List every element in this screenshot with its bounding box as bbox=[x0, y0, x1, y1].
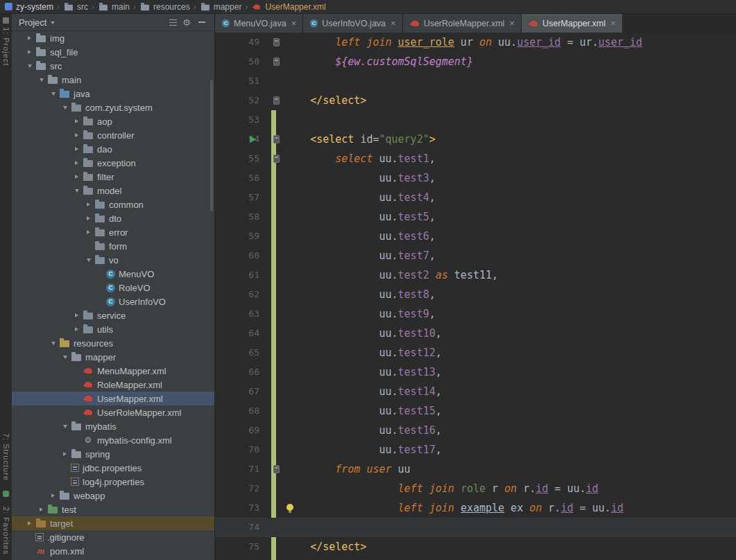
chevron-right-icon[interactable] bbox=[63, 452, 71, 456]
chevron-right-icon[interactable] bbox=[40, 507, 47, 511]
code-line[interactable]: 59 uu.test6, bbox=[215, 227, 736, 246]
tree-row[interactable]: spring bbox=[12, 447, 214, 461]
chevron-right-icon[interactable] bbox=[28, 521, 35, 525]
tree-row[interactable]: dao bbox=[12, 142, 214, 156]
project-panel-title[interactable]: Project bbox=[19, 17, 46, 28]
tree-row[interactable]: CRoleVO bbox=[12, 281, 214, 295]
editor-tab[interactable]: UserRoleMapper.xml bbox=[403, 14, 522, 33]
chevron-right-icon[interactable] bbox=[75, 119, 83, 123]
tree-row[interactable]: target bbox=[12, 516, 214, 530]
project-scrollbar[interactable] bbox=[210, 80, 213, 211]
hide-panel-icon[interactable] bbox=[196, 17, 207, 28]
chevron-down-icon[interactable] bbox=[51, 21, 55, 24]
code-line[interactable]: 49 left join user_role ur on uu.user_id … bbox=[215, 33, 736, 52]
tree-row[interactable]: UserMapper.xml bbox=[12, 392, 214, 405]
tree-row[interactable]: ⚙mybatis-config.xml bbox=[12, 433, 214, 447]
tree-row[interactable]: utils bbox=[12, 322, 214, 336]
chevron-right-icon[interactable] bbox=[87, 216, 94, 220]
tree-row[interactable]: mapper bbox=[12, 350, 214, 364]
chevron-down-icon[interactable] bbox=[40, 78, 47, 82]
tree-row[interactable]: mpom.xml bbox=[12, 544, 214, 558]
breadcrumb-item[interactable]: main bbox=[98, 2, 130, 12]
tree-row[interactable]: error bbox=[12, 225, 214, 239]
gutter-marker-icon[interactable] bbox=[273, 135, 280, 143]
chevron-right-icon[interactable] bbox=[28, 50, 35, 54]
code-line[interactable]: 75 </select> bbox=[215, 537, 736, 557]
close-icon[interactable] bbox=[610, 19, 616, 28]
tree-row[interactable]: common bbox=[12, 198, 214, 211]
tree-row[interactable]: mybatis bbox=[12, 419, 214, 433]
gutter-marker-icon[interactable] bbox=[273, 465, 280, 473]
code-line[interactable]: 58 uu.test5, bbox=[215, 207, 736, 227]
gutter-marker-icon[interactable] bbox=[273, 155, 280, 163]
chevron-right-icon[interactable] bbox=[75, 175, 83, 179]
code-line[interactable]: 52 </select> bbox=[215, 91, 736, 110]
code-line[interactable]: 53 bbox=[215, 110, 736, 130]
tree-row[interactable]: log4j.properties bbox=[12, 475, 214, 489]
code-line[interactable]: 70 uu.test17, bbox=[215, 440, 736, 460]
code-line[interactable]: 74 bbox=[215, 518, 736, 537]
tree-row[interactable]: UserRoleMapper.xml bbox=[12, 405, 214, 419]
code-line[interactable]: 71 from user uu bbox=[215, 460, 736, 479]
chevron-down-icon[interactable] bbox=[51, 342, 59, 345]
breadcrumb-item[interactable]: zy-system bbox=[4, 2, 53, 12]
close-icon[interactable] bbox=[509, 19, 515, 28]
tree-row[interactable]: service bbox=[12, 308, 214, 322]
gear-icon[interactable] bbox=[181, 17, 192, 28]
chevron-right-icon[interactable] bbox=[75, 161, 83, 165]
code-line[interactable]: 54 <select id="query2"> bbox=[215, 130, 736, 149]
chevron-right-icon[interactable] bbox=[75, 313, 83, 317]
close-icon[interactable] bbox=[291, 19, 297, 28]
code-line[interactable]: 69 uu.test16, bbox=[215, 421, 736, 440]
tree-row[interactable]: test bbox=[12, 502, 214, 516]
code-line[interactable]: 72 left join role r on r.id = uu.id bbox=[215, 479, 736, 498]
tree-row[interactable]: CMenuVO bbox=[12, 267, 214, 281]
code-line[interactable]: 73 left join example ex on r.id = uu.id bbox=[215, 498, 736, 518]
tree-row[interactable]: vo bbox=[12, 253, 214, 267]
code-line[interactable]: 55 select uu.test1, bbox=[215, 149, 736, 168]
tool-button-favorites[interactable]: 2: Favorites bbox=[2, 507, 10, 554]
chevron-right-icon[interactable] bbox=[28, 36, 35, 40]
editor[interactable]: 49 left join user_role ur on uu.user_id … bbox=[215, 33, 736, 560]
close-icon[interactable] bbox=[391, 19, 396, 28]
editor-tab[interactable]: CMenuVO.java bbox=[215, 14, 303, 33]
tree-row[interactable]: src bbox=[12, 59, 214, 73]
code-line[interactable]: 64 uu.test10, bbox=[215, 324, 736, 343]
code-line[interactable]: 60 uu.test7, bbox=[215, 246, 736, 265]
tree-row[interactable]: MenuMapper.xml bbox=[12, 364, 214, 378]
tree-row[interactable]: model bbox=[12, 184, 214, 198]
tree-row[interactable]: controller bbox=[12, 128, 214, 142]
code-line[interactable]: 63 uu.test9, bbox=[215, 304, 736, 324]
tool-button-project[interactable]: 1: Project bbox=[2, 27, 10, 66]
tree-row[interactable]: dto bbox=[12, 211, 214, 225]
code-line[interactable]: 65 uu.test12, bbox=[215, 343, 736, 362]
chevron-down-icon[interactable] bbox=[75, 189, 83, 193]
gutter-marker-icon[interactable] bbox=[273, 58, 280, 66]
breadcrumb-item[interactable]: UserMapper.xml bbox=[251, 2, 325, 12]
collapse-all-icon[interactable] bbox=[169, 19, 177, 26]
tree-row[interactable]: main bbox=[12, 73, 214, 87]
tree-row[interactable]: exception bbox=[12, 156, 214, 170]
code-line[interactable]: 62 uu.test8, bbox=[215, 285, 736, 304]
editor-tab[interactable]: CUserInfoVO.java bbox=[303, 14, 402, 33]
code-line[interactable]: 51 bbox=[215, 71, 736, 91]
run-icon[interactable] bbox=[250, 136, 256, 143]
code-line[interactable]: 68 uu.test15, bbox=[215, 401, 736, 421]
chevron-right-icon[interactable] bbox=[51, 493, 59, 498]
code-line[interactable]: 67 uu.test14, bbox=[215, 382, 736, 401]
chevron-right-icon[interactable] bbox=[87, 230, 94, 234]
tree-row[interactable]: filter bbox=[12, 170, 214, 184]
chevron-down-icon[interactable] bbox=[51, 92, 59, 96]
tree-row[interactable]: jdbc.properties bbox=[12, 461, 214, 475]
chevron-down-icon[interactable] bbox=[87, 259, 94, 262]
tree-row[interactable]: sql_file bbox=[12, 45, 214, 59]
tree-row[interactable]: webapp bbox=[12, 489, 214, 502]
chevron-right-icon[interactable] bbox=[75, 327, 83, 331]
breadcrumb-item[interactable]: src bbox=[63, 2, 88, 12]
gutter-marker-icon[interactable] bbox=[273, 38, 280, 46]
code-line[interactable]: 57 uu.test4, bbox=[215, 188, 736, 207]
gutter-marker-icon[interactable] bbox=[273, 96, 280, 105]
tree-row[interactable]: .gitignore bbox=[12, 530, 214, 544]
breadcrumb-item[interactable]: resources bbox=[139, 2, 190, 12]
code-line[interactable]: 56 uu.test3, bbox=[215, 168, 736, 188]
